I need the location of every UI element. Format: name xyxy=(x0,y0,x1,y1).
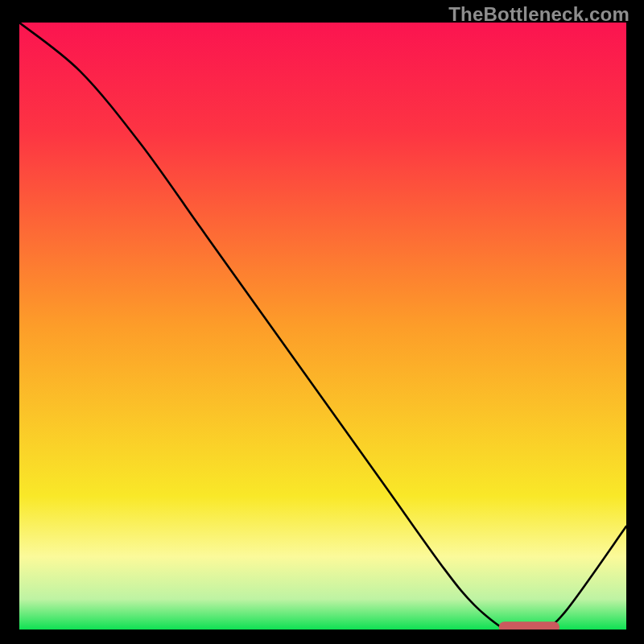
optimum-marker xyxy=(499,621,559,630)
chart-frame: TheBottleneck.com xyxy=(0,0,644,644)
gradient-bg xyxy=(19,23,626,630)
chart-canvas xyxy=(19,23,626,630)
